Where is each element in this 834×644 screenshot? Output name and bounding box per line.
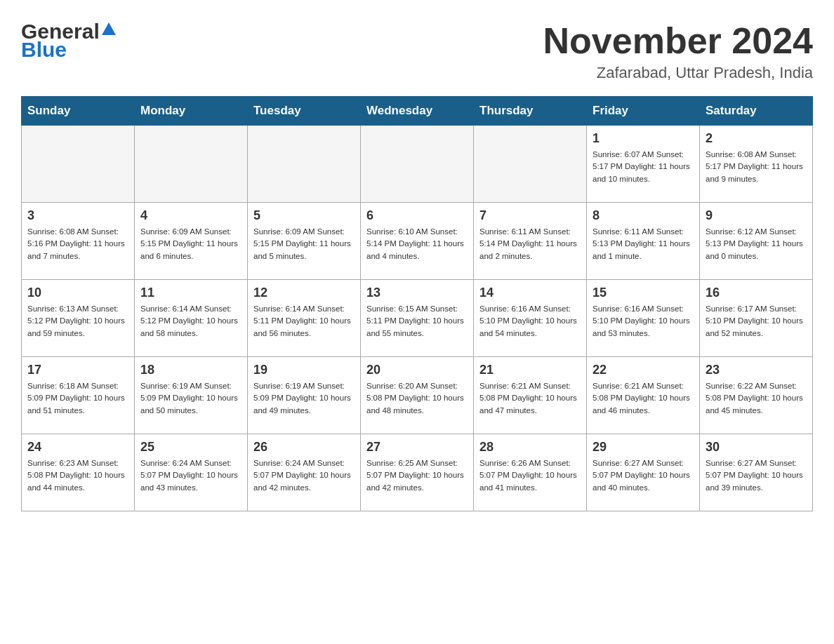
weekday-header-row: SundayMondayTuesdayWednesdayThursdayFrid…: [22, 97, 813, 126]
day-number: 19: [253, 363, 355, 377]
calendar-cell: 25Sunrise: 6:24 AM Sunset: 5:07 PM Dayli…: [135, 434, 248, 511]
day-info: Sunrise: 6:19 AM Sunset: 5:09 PM Dayligh…: [140, 380, 241, 417]
day-number: 21: [479, 363, 581, 377]
day-number: 15: [593, 286, 694, 300]
day-number: 20: [366, 363, 468, 377]
day-number: 11: [140, 286, 241, 300]
calendar-cell: 23Sunrise: 6:22 AM Sunset: 5:08 PM Dayli…: [700, 357, 813, 434]
day-info: Sunrise: 6:18 AM Sunset: 5:09 PM Dayligh…: [27, 380, 128, 417]
day-info: Sunrise: 6:27 AM Sunset: 5:07 PM Dayligh…: [706, 457, 807, 494]
day-number: 9: [706, 208, 807, 223]
calendar-cell: 13Sunrise: 6:15 AM Sunset: 5:11 PM Dayli…: [361, 280, 474, 357]
day-number: 23: [706, 363, 807, 377]
day-number: 1: [593, 131, 694, 146]
day-info: Sunrise: 6:21 AM Sunset: 5:08 PM Dayligh…: [593, 380, 694, 417]
calendar-cell: 10Sunrise: 6:13 AM Sunset: 5:12 PM Dayli…: [22, 280, 135, 357]
calendar-cell: 1Sunrise: 6:07 AM Sunset: 5:17 PM Daylig…: [587, 126, 700, 203]
week-row-4: 17Sunrise: 6:18 AM Sunset: 5:09 PM Dayli…: [22, 357, 813, 434]
day-info: Sunrise: 6:15 AM Sunset: 5:11 PM Dayligh…: [366, 303, 468, 340]
location-subtitle: Zafarabad, Uttar Pradesh, India: [543, 64, 813, 82]
calendar-cell: 22Sunrise: 6:21 AM Sunset: 5:08 PM Dayli…: [587, 357, 700, 434]
calendar-cell: 14Sunrise: 6:16 AM Sunset: 5:10 PM Dayli…: [474, 280, 587, 357]
calendar-cell: 4Sunrise: 6:09 AM Sunset: 5:15 PM Daylig…: [135, 203, 248, 280]
calendar-cell: [474, 126, 587, 203]
day-info: Sunrise: 6:19 AM Sunset: 5:09 PM Dayligh…: [253, 380, 355, 417]
weekday-header-thursday: Thursday: [474, 97, 587, 126]
day-info: Sunrise: 6:26 AM Sunset: 5:07 PM Dayligh…: [479, 457, 581, 494]
day-info: Sunrise: 6:20 AM Sunset: 5:08 PM Dayligh…: [366, 380, 468, 417]
calendar-title: November 2024: [543, 21, 813, 61]
day-number: 14: [479, 286, 581, 300]
day-info: Sunrise: 6:16 AM Sunset: 5:10 PM Dayligh…: [479, 303, 581, 340]
calendar-cell: 21Sunrise: 6:21 AM Sunset: 5:08 PM Dayli…: [474, 357, 587, 434]
calendar-cell: 12Sunrise: 6:14 AM Sunset: 5:11 PM Dayli…: [248, 280, 361, 357]
week-row-3: 10Sunrise: 6:13 AM Sunset: 5:12 PM Dayli…: [22, 280, 813, 357]
calendar-cell: 11Sunrise: 6:14 AM Sunset: 5:12 PM Dayli…: [135, 280, 248, 357]
day-number: 3: [27, 208, 128, 223]
day-number: 7: [479, 208, 581, 223]
day-info: Sunrise: 6:09 AM Sunset: 5:15 PM Dayligh…: [140, 226, 241, 262]
day-info: Sunrise: 6:11 AM Sunset: 5:14 PM Dayligh…: [479, 226, 581, 262]
day-number: 13: [366, 286, 468, 300]
calendar-cell: 24Sunrise: 6:23 AM Sunset: 5:08 PM Dayli…: [22, 434, 135, 511]
day-number: 5: [253, 208, 355, 223]
calendar-cell: 15Sunrise: 6:16 AM Sunset: 5:10 PM Dayli…: [587, 280, 700, 357]
calendar-cell: 8Sunrise: 6:11 AM Sunset: 5:13 PM Daylig…: [587, 203, 700, 280]
week-row-2: 3Sunrise: 6:08 AM Sunset: 5:16 PM Daylig…: [22, 203, 813, 280]
weekday-header-tuesday: Tuesday: [248, 97, 361, 126]
day-number: 27: [366, 440, 468, 455]
day-number: 6: [366, 208, 468, 223]
calendar-cell: 3Sunrise: 6:08 AM Sunset: 5:16 PM Daylig…: [22, 203, 135, 280]
weekday-header-friday: Friday: [587, 97, 700, 126]
day-info: Sunrise: 6:23 AM Sunset: 5:08 PM Dayligh…: [27, 457, 128, 494]
calendar-cell: 5Sunrise: 6:09 AM Sunset: 5:15 PM Daylig…: [248, 203, 361, 280]
day-number: 26: [253, 440, 355, 455]
day-number: 17: [27, 363, 128, 377]
day-info: Sunrise: 6:08 AM Sunset: 5:16 PM Dayligh…: [27, 226, 128, 262]
day-info: Sunrise: 6:10 AM Sunset: 5:14 PM Dayligh…: [366, 226, 468, 262]
calendar-cell: 18Sunrise: 6:19 AM Sunset: 5:09 PM Dayli…: [135, 357, 248, 434]
calendar-cell: [248, 126, 361, 203]
day-info: Sunrise: 6:09 AM Sunset: 5:15 PM Dayligh…: [253, 226, 355, 262]
day-info: Sunrise: 6:11 AM Sunset: 5:13 PM Dayligh…: [593, 226, 694, 262]
calendar-cell: 27Sunrise: 6:25 AM Sunset: 5:07 PM Dayli…: [361, 434, 474, 511]
logo: General Blue: [21, 21, 116, 60]
calendar-cell: 7Sunrise: 6:11 AM Sunset: 5:14 PM Daylig…: [474, 203, 587, 280]
calendar-cell: [135, 126, 248, 203]
day-info: Sunrise: 6:14 AM Sunset: 5:12 PM Dayligh…: [140, 303, 241, 340]
calendar-cell: 30Sunrise: 6:27 AM Sunset: 5:07 PM Dayli…: [700, 434, 813, 511]
day-number: 4: [140, 208, 241, 223]
day-number: 28: [479, 440, 581, 455]
day-number: 16: [706, 286, 807, 300]
calendar-cell: [22, 126, 135, 203]
day-info: Sunrise: 6:27 AM Sunset: 5:07 PM Dayligh…: [593, 457, 694, 494]
day-info: Sunrise: 6:14 AM Sunset: 5:11 PM Dayligh…: [253, 303, 355, 340]
day-number: 30: [706, 440, 807, 455]
calendar-cell: 9Sunrise: 6:12 AM Sunset: 5:13 PM Daylig…: [700, 203, 813, 280]
day-info: Sunrise: 6:12 AM Sunset: 5:13 PM Dayligh…: [706, 226, 807, 262]
calendar-table: SundayMondayTuesdayWednesdayThursdayFrid…: [21, 96, 813, 511]
calendar-cell: 2Sunrise: 6:08 AM Sunset: 5:17 PM Daylig…: [700, 126, 813, 203]
calendar-cell: 19Sunrise: 6:19 AM Sunset: 5:09 PM Dayli…: [248, 357, 361, 434]
calendar-title-area: November 2024 Zafarabad, Uttar Pradesh, …: [543, 21, 813, 82]
day-info: Sunrise: 6:24 AM Sunset: 5:07 PM Dayligh…: [253, 457, 355, 494]
page-header: General Blue November 2024 Zafarabad, Ut…: [21, 21, 813, 82]
day-number: 29: [593, 440, 694, 455]
calendar-cell: 6Sunrise: 6:10 AM Sunset: 5:14 PM Daylig…: [361, 203, 474, 280]
calendar-cell: 28Sunrise: 6:26 AM Sunset: 5:07 PM Dayli…: [474, 434, 587, 511]
day-info: Sunrise: 6:08 AM Sunset: 5:17 PM Dayligh…: [706, 149, 807, 185]
week-row-5: 24Sunrise: 6:23 AM Sunset: 5:08 PM Dayli…: [22, 434, 813, 511]
day-number: 22: [593, 363, 694, 377]
day-number: 12: [253, 286, 355, 300]
day-info: Sunrise: 6:22 AM Sunset: 5:08 PM Dayligh…: [706, 380, 807, 417]
day-number: 10: [27, 286, 128, 300]
weekday-header-saturday: Saturday: [700, 97, 813, 126]
day-info: Sunrise: 6:24 AM Sunset: 5:07 PM Dayligh…: [140, 457, 241, 494]
day-info: Sunrise: 6:07 AM Sunset: 5:17 PM Dayligh…: [593, 149, 694, 185]
weekday-header-wednesday: Wednesday: [361, 97, 474, 126]
calendar-cell: 29Sunrise: 6:27 AM Sunset: 5:07 PM Dayli…: [587, 434, 700, 511]
day-info: Sunrise: 6:17 AM Sunset: 5:10 PM Dayligh…: [706, 303, 807, 340]
day-info: Sunrise: 6:21 AM Sunset: 5:08 PM Dayligh…: [479, 380, 581, 417]
day-info: Sunrise: 6:16 AM Sunset: 5:10 PM Dayligh…: [593, 303, 694, 340]
calendar-cell: 20Sunrise: 6:20 AM Sunset: 5:08 PM Dayli…: [361, 357, 474, 434]
